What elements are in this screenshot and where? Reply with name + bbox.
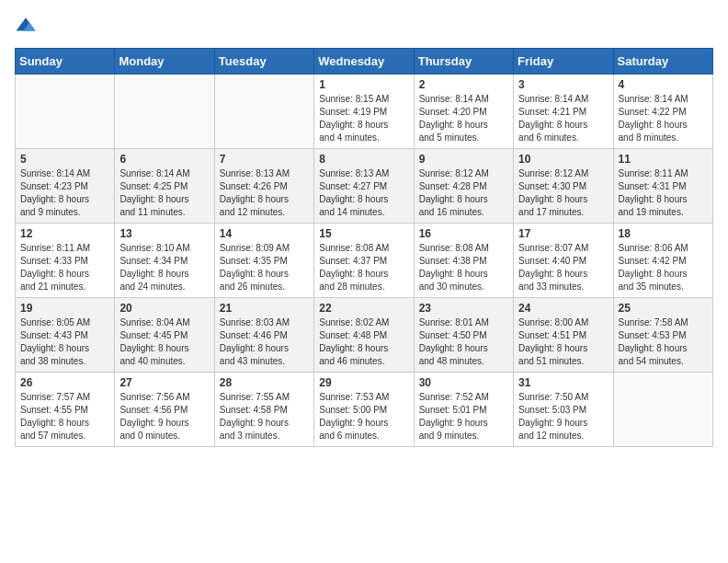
day-info: Sunrise: 8:08 AM Sunset: 4:38 PM Dayligh… [419,242,508,293]
day-number: 20 [119,302,209,315]
calendar-day-cell: 2Sunrise: 8:14 AM Sunset: 4:20 PM Daylig… [414,75,513,149]
calendar-day-cell: 23Sunrise: 8:01 AM Sunset: 4:50 PM Dayli… [414,298,513,373]
calendar-day-cell: 9Sunrise: 8:12 AM Sunset: 4:28 PM Daylig… [414,149,513,224]
calendar-day-cell: 31Sunrise: 7:50 AM Sunset: 5:03 PM Dayli… [514,373,613,447]
calendar-day-cell: 10Sunrise: 8:12 AM Sunset: 4:30 PM Dayli… [514,149,613,224]
day-info: Sunrise: 8:12 AM Sunset: 4:28 PM Dayligh… [419,167,508,219]
day-number: 31 [518,376,608,389]
day-number: 21 [220,302,309,315]
calendar-header-row: SundayMondayTuesdayWednesdayThursdayFrid… [16,49,713,75]
calendar-week-row: 19Sunrise: 8:05 AM Sunset: 4:43 PM Dayli… [16,298,713,373]
day-number: 8 [319,153,408,166]
logo-icon [15,15,37,37]
day-info: Sunrise: 8:03 AM Sunset: 4:46 PM Dayligh… [220,316,309,368]
calendar-week-row: 1Sunrise: 8:15 AM Sunset: 4:19 PM Daylig… [16,75,713,149]
calendar-header-tuesday: Tuesday [214,49,313,75]
day-number: 9 [419,153,508,166]
day-number: 19 [20,302,109,315]
calendar-day-cell: 22Sunrise: 8:02 AM Sunset: 4:48 PM Dayli… [314,298,414,373]
calendar-day-cell: 29Sunrise: 7:53 AM Sunset: 5:00 PM Dayli… [314,373,414,447]
calendar-day-cell: 21Sunrise: 8:03 AM Sunset: 4:46 PM Dayli… [214,298,313,373]
calendar-day-cell: 26Sunrise: 7:57 AM Sunset: 4:55 PM Dayli… [16,373,115,447]
day-info: Sunrise: 8:14 AM Sunset: 4:20 PM Dayligh… [419,93,508,144]
calendar-day-cell [214,75,313,149]
day-number: 2 [419,78,508,91]
day-info: Sunrise: 7:58 AM Sunset: 4:53 PM Dayligh… [619,316,708,368]
calendar-day-cell [16,75,115,149]
calendar-day-cell: 27Sunrise: 7:56 AM Sunset: 4:56 PM Dayli… [115,373,214,447]
calendar-day-cell: 7Sunrise: 8:13 AM Sunset: 4:26 PM Daylig… [214,149,313,224]
day-number: 12 [20,227,109,240]
calendar-header-wednesday: Wednesday [314,49,414,75]
day-info: Sunrise: 8:05 AM Sunset: 4:43 PM Dayligh… [20,316,109,368]
day-info: Sunrise: 8:00 AM Sunset: 4:51 PM Dayligh… [518,316,608,368]
day-info: Sunrise: 8:14 AM Sunset: 4:22 PM Dayligh… [619,93,708,144]
day-info: Sunrise: 8:01 AM Sunset: 4:50 PM Dayligh… [419,316,508,368]
day-info: Sunrise: 7:50 AM Sunset: 5:03 PM Dayligh… [518,391,608,442]
day-number: 29 [319,376,408,389]
calendar-day-cell [115,75,214,149]
day-info: Sunrise: 8:11 AM Sunset: 4:33 PM Dayligh… [20,242,109,293]
day-info: Sunrise: 8:09 AM Sunset: 4:35 PM Dayligh… [220,242,309,293]
day-number: 3 [518,78,608,91]
calendar-header-thursday: Thursday [414,49,513,75]
day-number: 30 [419,376,508,389]
day-info: Sunrise: 8:04 AM Sunset: 4:45 PM Dayligh… [119,316,209,368]
calendar-day-cell: 19Sunrise: 8:05 AM Sunset: 4:43 PM Dayli… [16,298,115,373]
day-number: 7 [220,153,309,166]
calendar-day-cell: 4Sunrise: 8:14 AM Sunset: 4:22 PM Daylig… [613,75,712,149]
day-info: Sunrise: 7:52 AM Sunset: 5:01 PM Dayligh… [419,391,508,442]
day-number: 22 [319,302,408,315]
calendar-day-cell: 24Sunrise: 8:00 AM Sunset: 4:51 PM Dayli… [514,298,613,373]
day-info: Sunrise: 8:13 AM Sunset: 4:27 PM Dayligh… [319,167,408,219]
day-info: Sunrise: 7:55 AM Sunset: 4:58 PM Dayligh… [220,391,309,442]
day-number: 17 [518,227,608,240]
day-info: Sunrise: 8:14 AM Sunset: 4:23 PM Dayligh… [20,167,109,219]
calendar-day-cell: 6Sunrise: 8:14 AM Sunset: 4:25 PM Daylig… [115,149,214,224]
day-number: 23 [419,302,508,315]
day-info: Sunrise: 7:53 AM Sunset: 5:00 PM Dayligh… [319,391,408,442]
day-number: 28 [220,376,309,389]
calendar-day-cell: 30Sunrise: 7:52 AM Sunset: 5:01 PM Dayli… [414,373,513,447]
logo [15,15,40,37]
calendar-header-saturday: Saturday [613,49,712,75]
calendar-day-cell: 8Sunrise: 8:13 AM Sunset: 4:27 PM Daylig… [314,149,414,224]
calendar-day-cell: 28Sunrise: 7:55 AM Sunset: 4:58 PM Dayli… [214,373,313,447]
calendar-header-sunday: Sunday [16,49,115,75]
day-number: 6 [119,153,209,166]
calendar-table: SundayMondayTuesdayWednesdayThursdayFrid… [15,48,713,447]
calendar-day-cell: 5Sunrise: 8:14 AM Sunset: 4:23 PM Daylig… [16,149,115,224]
calendar-day-cell: 16Sunrise: 8:08 AM Sunset: 4:38 PM Dayli… [414,224,513,298]
calendar-day-cell: 13Sunrise: 8:10 AM Sunset: 4:34 PM Dayli… [115,224,214,298]
calendar-header-monday: Monday [115,49,214,75]
calendar-day-cell: 14Sunrise: 8:09 AM Sunset: 4:35 PM Dayli… [214,224,313,298]
day-info: Sunrise: 8:12 AM Sunset: 4:30 PM Dayligh… [518,167,608,219]
day-info: Sunrise: 7:56 AM Sunset: 4:56 PM Dayligh… [119,391,209,442]
day-number: 16 [419,227,508,240]
day-number: 18 [619,227,708,240]
day-number: 14 [220,227,309,240]
day-info: Sunrise: 8:07 AM Sunset: 4:40 PM Dayligh… [518,242,608,293]
day-number: 25 [619,302,708,315]
day-info: Sunrise: 8:06 AM Sunset: 4:42 PM Dayligh… [619,242,708,293]
calendar-day-cell: 15Sunrise: 8:08 AM Sunset: 4:37 PM Dayli… [314,224,414,298]
calendar-header-friday: Friday [514,49,613,75]
calendar-day-cell: 18Sunrise: 8:06 AM Sunset: 4:42 PM Dayli… [613,224,712,298]
day-number: 5 [20,153,109,166]
calendar-day-cell [613,373,712,447]
day-info: Sunrise: 8:08 AM Sunset: 4:37 PM Dayligh… [319,242,408,293]
day-number: 10 [518,153,608,166]
day-info: Sunrise: 8:13 AM Sunset: 4:26 PM Dayligh… [220,167,309,219]
day-info: Sunrise: 8:14 AM Sunset: 4:21 PM Dayligh… [518,93,608,144]
day-number: 27 [119,376,209,389]
calendar-day-cell: 11Sunrise: 8:11 AM Sunset: 4:31 PM Dayli… [613,149,712,224]
day-info: Sunrise: 8:10 AM Sunset: 4:34 PM Dayligh… [119,242,209,293]
day-number: 13 [119,227,209,240]
day-number: 1 [319,78,408,91]
calendar-day-cell: 1Sunrise: 8:15 AM Sunset: 4:19 PM Daylig… [314,75,414,149]
day-info: Sunrise: 8:15 AM Sunset: 4:19 PM Dayligh… [319,93,408,144]
calendar-week-row: 12Sunrise: 8:11 AM Sunset: 4:33 PM Dayli… [16,224,713,298]
day-info: Sunrise: 8:02 AM Sunset: 4:48 PM Dayligh… [319,316,408,368]
page-header [15,15,713,37]
day-number: 15 [319,227,408,240]
